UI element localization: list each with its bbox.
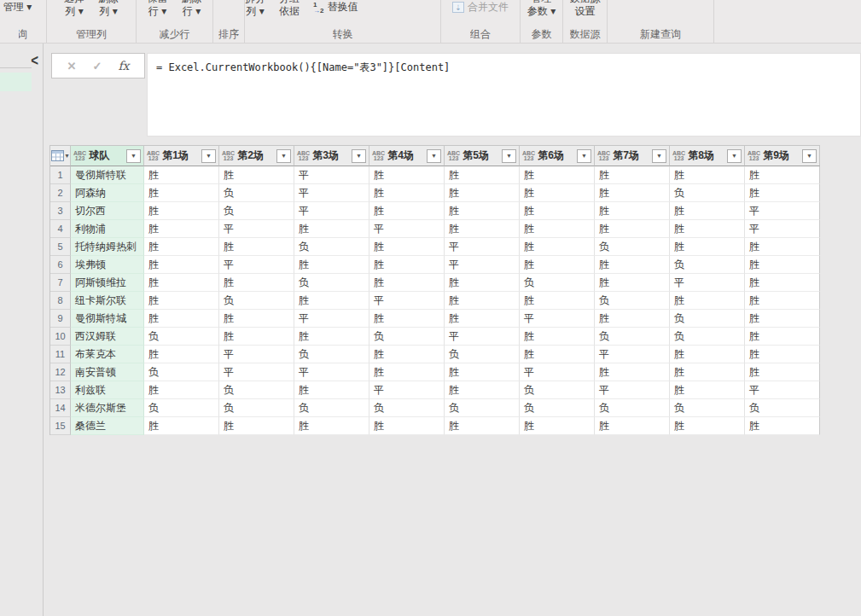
cell-match5[interactable]: 胜	[445, 363, 520, 381]
cell-match1[interactable]: 胜	[144, 166, 219, 184]
keep-rows-button[interactable]: 保留行 ▾	[148, 0, 168, 18]
cell-match7[interactable]: 负	[595, 399, 670, 417]
data-source-settings-button[interactable]: 数据源设置	[570, 0, 601, 18]
cell-match4[interactable]: 负	[369, 328, 445, 346]
cell-match6[interactable]: 胜	[520, 166, 595, 184]
cell-match9[interactable]: 胜	[745, 256, 820, 274]
data-type-abc123-icon[interactable]: ABC123	[748, 151, 760, 161]
cell-team[interactable]: 南安普顿	[71, 363, 144, 381]
cell-match9[interactable]: 胜	[745, 184, 820, 202]
filter-dropdown-button[interactable]: ▼	[276, 149, 291, 163]
cell-match9[interactable]: 负	[745, 399, 820, 417]
cell-match9[interactable]: 胜	[745, 328, 820, 346]
cell-match8[interactable]: 负	[670, 328, 745, 346]
cell-match9[interactable]: 胜	[745, 166, 820, 184]
split-column-button[interactable]: 拆分列 ▾	[245, 0, 265, 18]
cell-match1[interactable]: 胜	[144, 417, 219, 435]
cell-match9[interactable]: 胜	[745, 346, 820, 363]
cell-match2[interactable]: 胜	[219, 238, 294, 256]
row-number[interactable]: 4	[50, 220, 71, 238]
column-header-match8[interactable]: ABC123第8场▼	[670, 145, 745, 166]
row-number[interactable]: 10	[50, 328, 71, 346]
row-number[interactable]: 3	[50, 202, 71, 220]
cell-match8[interactable]: 负	[670, 256, 745, 274]
cell-match6[interactable]: 负	[520, 274, 595, 292]
column-header-match4[interactable]: ABC123第4场▼	[369, 145, 445, 166]
cell-match7[interactable]: 胜	[595, 363, 670, 381]
cell-match7[interactable]: 胜	[595, 202, 670, 220]
cell-match6[interactable]: 胜	[520, 417, 595, 435]
cell-match8[interactable]: 胜	[670, 292, 745, 310]
cell-team[interactable]: 布莱克本	[71, 346, 144, 363]
cell-match7[interactable]: 平	[595, 381, 670, 399]
cell-match7[interactable]: 负	[595, 292, 670, 310]
cell-match1[interactable]: 胜	[144, 238, 219, 256]
cell-match4[interactable]: 负	[369, 399, 445, 417]
combine-files-button[interactable]: ⇣合并文件	[452, 1, 509, 14]
cell-team[interactable]: 埃弗顿	[71, 256, 144, 274]
cell-match2[interactable]: 平	[219, 363, 294, 381]
cell-team[interactable]: 切尔西	[71, 202, 144, 220]
cell-match4[interactable]: 平	[369, 292, 445, 310]
cell-match2[interactable]: 胜	[219, 166, 294, 184]
cell-match8[interactable]: 胜	[670, 346, 745, 363]
cell-match2[interactable]: 平	[219, 220, 294, 238]
cell-match3[interactable]: 平	[294, 184, 369, 202]
cell-match5[interactable]: 胜	[445, 166, 520, 184]
cell-match1[interactable]: 胜	[144, 220, 219, 238]
cell-match4[interactable]: 胜	[369, 346, 445, 363]
cell-match3[interactable]: 胜	[294, 292, 369, 310]
filter-dropdown-button[interactable]: ▼	[427, 149, 441, 163]
column-header-match2[interactable]: ABC123第2场▼	[219, 145, 294, 166]
cell-team[interactable]: 利物浦	[71, 220, 144, 238]
row-number[interactable]: 2	[50, 184, 71, 202]
cell-match3[interactable]: 负	[294, 399, 369, 417]
cell-match1[interactable]: 胜	[144, 274, 219, 292]
cell-match9[interactable]: 胜	[745, 292, 820, 310]
cell-match4[interactable]: 胜	[369, 184, 445, 202]
filter-dropdown-button[interactable]: ▼	[502, 149, 516, 163]
cell-match2[interactable]: 负	[219, 381, 294, 399]
cell-match5[interactable]: 负	[445, 346, 520, 363]
cell-match5[interactable]: 负	[445, 399, 520, 417]
cell-match7[interactable]: 平	[595, 346, 670, 363]
cell-match4[interactable]: 平	[369, 220, 445, 238]
filter-dropdown-button[interactable]: ▼	[577, 149, 591, 163]
cell-match6[interactable]: 胜	[520, 202, 595, 220]
cell-team[interactable]: 阿斯顿维拉	[71, 274, 144, 292]
cell-team[interactable]: 西汉姆联	[71, 328, 144, 346]
cell-match3[interactable]: 负	[294, 274, 369, 292]
cell-match8[interactable]: 负	[670, 310, 745, 328]
cell-match3[interactable]: 胜	[294, 381, 369, 399]
cell-match2[interactable]: 平	[219, 256, 294, 274]
cell-match8[interactable]: 负	[670, 399, 745, 417]
cell-match1[interactable]: 胜	[144, 346, 219, 363]
choose-columns-button[interactable]: 选择列 ▾	[64, 0, 84, 18]
cell-match9[interactable]: 胜	[745, 310, 820, 328]
filter-dropdown-button[interactable]: ▼	[802, 149, 817, 163]
cell-match5[interactable]: 平	[445, 238, 520, 256]
cell-match3[interactable]: 胜	[294, 220, 369, 238]
cell-match3[interactable]: 平	[294, 363, 369, 381]
column-header-match6[interactable]: ABC123第6场▼	[520, 145, 595, 166]
column-header-match3[interactable]: ABC123第3场▼	[294, 145, 369, 166]
cell-team[interactable]: 米德尔斯堡	[71, 399, 144, 417]
cell-match8[interactable]: 胜	[670, 238, 745, 256]
data-type-abc123-icon[interactable]: ABC123	[672, 151, 685, 161]
cell-match1[interactable]: 负	[144, 328, 219, 346]
cancel-formula-icon[interactable]: ✕	[67, 60, 77, 73]
cell-match9[interactable]: 平	[745, 220, 820, 238]
manage-query-button[interactable]: 管理 ▾	[3, 1, 32, 14]
data-type-abc123-icon[interactable]: ABC123	[222, 151, 235, 161]
cell-match5[interactable]: 胜	[445, 202, 520, 220]
data-type-abc123-icon[interactable]: ABC123	[372, 151, 385, 161]
row-number[interactable]: 14	[50, 399, 71, 417]
data-type-abc123-icon[interactable]: ABC123	[73, 151, 86, 161]
cell-team[interactable]: 利兹联	[71, 381, 144, 399]
cell-match1[interactable]: 胜	[144, 292, 219, 310]
cell-match3[interactable]: 胜	[294, 256, 369, 274]
cell-match5[interactable]: 胜	[445, 310, 520, 328]
filter-dropdown-button[interactable]: ▼	[201, 149, 216, 163]
row-number[interactable]: 12	[50, 363, 71, 381]
cell-match6[interactable]: 胜	[520, 256, 595, 274]
